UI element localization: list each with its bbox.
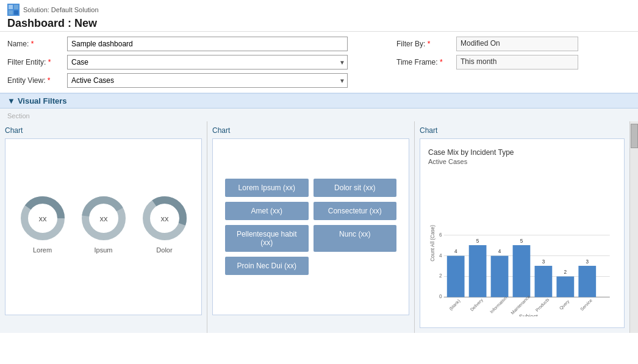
- filter-entity-select[interactable]: Case: [67, 55, 348, 70]
- solution-icon: [7, 4, 20, 16]
- chart-panel-2: Chart Lorem Ipsum (xx) Dolor sit (xx) Am…: [207, 121, 415, 333]
- bar-blank: [447, 256, 465, 298]
- time-frame-row: Time Frame: * This month: [396, 55, 631, 70]
- svg-text:Products: Products: [535, 297, 551, 313]
- svg-text:Service: Service: [579, 298, 593, 312]
- donut-item-3: xx Dolor: [140, 194, 189, 254]
- svg-text:xx: xx: [99, 214, 108, 223]
- chart-1-title: Chart: [5, 126, 202, 135]
- svg-rect-2: [14, 5, 18, 9]
- donut-label-2: Ipsum: [95, 246, 113, 254]
- bar-products: [535, 266, 553, 297]
- svg-text:0: 0: [439, 294, 442, 299]
- name-input[interactable]: [67, 37, 348, 51]
- svg-rect-1: [9, 5, 13, 9]
- svg-text:xx: xx: [38, 214, 47, 223]
- chart-3-title: Chart: [420, 126, 625, 135]
- chart-1-inner: xx Lorem xx Ipsum: [5, 138, 202, 315]
- chart-2-inner: Lorem Ipsum (xx) Dolor sit (xx) Amet (xx…: [212, 138, 409, 315]
- svg-text:4: 4: [439, 253, 442, 259]
- svg-text:5: 5: [476, 238, 479, 244]
- form-section: Name: * Filter Entity: * Case ▼ Entity V…: [0, 32, 638, 93]
- name-label: Name: *: [7, 40, 62, 48]
- entity-view-select-wrap: Active Cases ▼: [67, 73, 348, 88]
- bar-information: [491, 256, 509, 298]
- svg-text:4: 4: [454, 249, 457, 254]
- svg-text:Maintenance: Maintenance: [510, 294, 531, 316]
- bar-chart-subtitle: Active Cases: [428, 158, 616, 165]
- chart-3-inner: Case Mix by Incident Type Active Cases C…: [420, 138, 625, 328]
- bar-delivery: [469, 245, 487, 297]
- scrollbar[interactable]: [629, 121, 638, 333]
- svg-text:Information: Information: [489, 296, 508, 315]
- chart-panel-3: Chart Case Mix by Incident Type Active C…: [415, 121, 629, 333]
- filter-by-value: Modified On: [456, 37, 578, 51]
- donut-svg-3: xx: [140, 194, 189, 243]
- svg-text:3: 3: [586, 259, 589, 265]
- filter-entity-row: Filter Entity: * Case ▼: [7, 55, 348, 70]
- time-frame-label: Time Frame: *: [396, 58, 451, 66]
- section-label: Section: [7, 112, 30, 120]
- page-title: Dashboard : New: [7, 17, 631, 30]
- bar-chart-title: Case Mix by Incident Type: [428, 148, 616, 157]
- svg-rect-4: [14, 10, 18, 15]
- filter-by-label: Filter By: *: [396, 40, 451, 48]
- bar-service: [578, 266, 596, 297]
- bubble-item-6: Nunc (xx): [314, 225, 397, 252]
- bubble-item-7: Proin Nec Dui (xx): [225, 257, 309, 275]
- visual-filters-arrow-icon: ▼: [7, 96, 15, 105]
- bar-chart-area: Case Mix by Incident Type Active Cases C…: [425, 145, 619, 321]
- solution-label: Solution: Default Solution: [7, 4, 631, 16]
- svg-text:Count All (Case): Count All (Case): [430, 225, 435, 262]
- name-row: Name: *: [7, 37, 348, 51]
- visual-filters-header: ▼ Visual Filters: [0, 94, 638, 109]
- chart-2-title: Chart: [212, 126, 409, 135]
- svg-text:2: 2: [439, 273, 442, 279]
- entity-view-row: Entity View: * Active Cases ▼: [7, 73, 348, 88]
- svg-text:xx: xx: [160, 214, 169, 223]
- time-frame-value: This month: [456, 55, 578, 70]
- bubble-item-5: Pellentesque habit (xx): [225, 225, 309, 252]
- svg-text:(blank): (blank): [448, 299, 461, 312]
- svg-text:5: 5: [520, 238, 523, 244]
- visual-filters-section: ▼ Visual Filters Section Chart xx: [0, 93, 638, 333]
- entity-view-label: Entity View: *: [7, 76, 62, 85]
- filter-entity-select-wrap: Case ▼: [67, 55, 348, 70]
- donut-label-1: Lorem: [33, 246, 52, 254]
- donut-item-2: xx Ipsum: [79, 194, 128, 254]
- bubble-item-4: Consectetur (xx): [314, 202, 397, 220]
- chart-panel-1: Chart xx Lorem: [0, 121, 207, 333]
- donut-label-3: Dolor: [156, 246, 172, 254]
- bubble-item-1: Lorem Ipsum (xx): [225, 179, 309, 197]
- svg-rect-3: [9, 10, 13, 15]
- svg-text:Query: Query: [559, 299, 571, 311]
- svg-text:6: 6: [439, 232, 442, 238]
- svg-text:2: 2: [564, 269, 567, 275]
- bubble-grid: Lorem Ipsum (xx) Dolor sit (xx) Amet (xx…: [219, 173, 403, 281]
- donut-item-1: xx Lorem: [18, 194, 67, 254]
- bubble-item-2: Dolor sit (xx): [314, 179, 397, 197]
- charts-outer: Chart xx Lorem: [0, 121, 638, 333]
- filter-by-row: Filter By: * Modified On: [396, 37, 631, 51]
- scrollbar-thumb[interactable]: [631, 124, 638, 148]
- svg-text:Delivery: Delivery: [470, 298, 484, 312]
- donut-svg-2: xx: [79, 194, 128, 243]
- svg-text:3: 3: [542, 259, 545, 265]
- svg-text:Subject: Subject: [519, 313, 538, 316]
- donut-svg-1: xx: [18, 194, 67, 243]
- bubble-item-3: Amet (xx): [225, 202, 309, 220]
- charts-main: Chart xx Lorem: [0, 121, 629, 333]
- svg-text:4: 4: [498, 249, 501, 254]
- filter-entity-label: Filter Entity: *: [7, 58, 62, 66]
- bar-maintenance: [513, 245, 531, 297]
- donut-row: xx Lorem xx Ipsum: [18, 194, 189, 254]
- entity-view-select[interactable]: Active Cases: [67, 73, 348, 88]
- bar-query: [556, 276, 574, 297]
- bar-chart-svg: Count All (Case) 0 2 4 6: [428, 170, 616, 316]
